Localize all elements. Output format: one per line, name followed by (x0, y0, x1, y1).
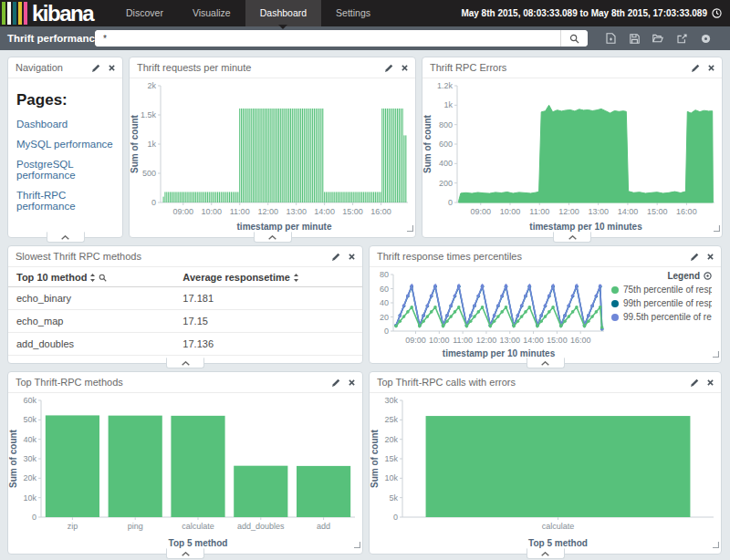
clock-icon (712, 8, 722, 18)
panel-requests-header[interactable]: Thrift requests per minute (130, 57, 415, 78)
panel-slowest-header[interactable]: Slowest Thrift RPC methods (8, 246, 362, 267)
nav-tab-visualize[interactable]: Visualize (178, 0, 245, 26)
resize-handle[interactable] (714, 219, 720, 235)
svg-text:10:00: 10:00 (201, 207, 222, 216)
close-icon (349, 379, 355, 386)
dashboard-title: Thrift performance (7, 33, 86, 44)
svg-text:20k: 20k (384, 435, 398, 444)
svg-text:800: 800 (439, 120, 453, 130)
collapse-panel-button[interactable] (166, 358, 204, 368)
svg-text:12:00: 12:00 (257, 207, 278, 216)
kibana-logo[interactable]: kibana (0, 0, 99, 26)
edit-panel-button[interactable] (92, 64, 100, 72)
panel-percentiles-header[interactable]: Thrift response times percentiles (370, 246, 721, 267)
search-button[interactable] (560, 30, 588, 47)
time-picker[interactable]: May 8th 2015, 08:03:33.089 to May 8th 20… (461, 0, 730, 26)
edit-panel-button[interactable] (332, 379, 340, 387)
chevron-up-icon (268, 235, 276, 240)
legend-entry-99th[interactable]: 99th percentile of resp... (611, 298, 712, 308)
collapse-panel-button[interactable] (527, 358, 565, 368)
svg-text:calculate: calculate (182, 522, 214, 531)
close-icon (349, 254, 355, 260)
search-input[interactable] (95, 30, 560, 47)
edit-panel-button[interactable] (385, 64, 393, 72)
percentiles-chart[interactable]: 02040608009:0010:0011:0012:0013:0014:001… (370, 267, 611, 363)
svg-text:1.5k: 1.5k (141, 110, 157, 119)
nav-link-thrift-rpc[interactable]: Thrift-RPC performance (16, 190, 114, 212)
close-panel-button[interactable] (349, 254, 355, 260)
close-panel-button[interactable] (349, 379, 355, 386)
responsetime-cell: 17.181 (174, 287, 362, 310)
close-panel-button[interactable] (707, 254, 714, 260)
rpc-errors-chart[interactable]: 02004006008001k1.2k09:0010:0011:0012:001… (422, 78, 722, 237)
svg-text:10k: 10k (23, 493, 36, 503)
resize-corner-icon (713, 542, 719, 548)
column-header-responsetime[interactable]: Average responsetime (174, 267, 362, 287)
query-input-group (95, 30, 588, 47)
top-methods-chart[interactable]: 010k20k30k40k50k60kTop 5 methodSum of co… (8, 393, 362, 554)
load-dashboard-icon (652, 34, 663, 43)
edit-panel-button[interactable] (691, 379, 699, 387)
panel-title: Thrift RPC Errors (430, 62, 683, 73)
nav-tab-dashboard[interactable]: Dashboard (245, 0, 321, 26)
close-panel-button[interactable] (402, 65, 408, 71)
svg-text:09:00: 09:00 (405, 336, 426, 345)
close-panel-button[interactable] (707, 379, 714, 386)
requests-per-minute-chart[interactable]: 05001k1.5k2k09:0010:0011:0012:0013:0014:… (130, 78, 415, 237)
resize-handle[interactable] (713, 345, 719, 361)
edit-panel-button[interactable] (332, 253, 340, 261)
nav-tab-discover[interactable]: Discover (111, 0, 178, 26)
pages-heading: Pages: (16, 91, 114, 109)
svg-text:ping: ping (128, 522, 143, 531)
load-dashboard-button[interactable] (646, 29, 670, 47)
collapse-panel-button[interactable] (527, 548, 565, 559)
resize-handle[interactable] (354, 535, 360, 552)
svg-text:40: 40 (380, 298, 389, 307)
svg-text:14:00: 14:00 (618, 207, 639, 216)
svg-text:13:00: 13:00 (588, 207, 609, 216)
resize-handle[interactable] (407, 219, 413, 235)
column-header-method[interactable]: Top 10 method (8, 267, 174, 287)
panel-top-errors: Top Thrift-RPC calls with errors 05k10k1… (369, 371, 722, 555)
method-cell: echo_binary (8, 287, 174, 310)
collapse-panel-button[interactable] (553, 232, 591, 243)
panel-navigation-header[interactable]: Navigation (8, 57, 122, 78)
panel-top-methods-header[interactable]: Top Thrift-RPC methods (8, 372, 362, 393)
resize-corner-icon (713, 351, 719, 358)
chevron-up-icon (568, 235, 577, 240)
options-icon (701, 34, 711, 44)
top-errors-chart[interactable]: 05k10k15k20k25k30kTop 5 methodSum of cou… (370, 393, 721, 554)
collapse-panel-button[interactable] (47, 232, 85, 243)
options-button[interactable] (694, 29, 717, 47)
share-icon (677, 34, 687, 44)
legend-entry-75th[interactable]: 75th percentile of resp... (611, 285, 712, 295)
resize-corner-icon (714, 225, 720, 232)
nav-link-postgresql[interactable]: PostgreSQL performance (16, 159, 114, 181)
svg-text:14:00: 14:00 (523, 336, 544, 345)
legend-toggle[interactable]: Legend (611, 271, 712, 281)
chevron-up-icon (182, 552, 190, 556)
collapse-panel-button[interactable] (166, 548, 204, 559)
edit-panel-button[interactable] (691, 253, 699, 261)
legend-entry-99-5th[interactable]: 99.5th percentile of re... (611, 312, 712, 322)
svg-text:add: add (317, 522, 330, 531)
resize-handle[interactable] (713, 535, 719, 552)
close-panel-button[interactable] (708, 65, 714, 71)
share-button[interactable] (670, 29, 694, 47)
new-dashboard-button[interactable] (599, 29, 622, 47)
close-panel-button[interactable] (109, 65, 115, 71)
main-nav: Discover Visualize Dashboard Settings (111, 0, 385, 26)
legend-label: 99th percentile of resp... (623, 298, 712, 308)
panel-requests-per-minute: Thrift requests per minute 05001k1.5k2k0… (129, 57, 416, 238)
nav-link-dashboard[interactable]: Dashboard (16, 119, 114, 130)
save-dashboard-button[interactable] (622, 29, 646, 47)
svg-text:15k: 15k (384, 454, 398, 463)
edit-panel-button[interactable] (692, 64, 700, 72)
svg-text:30k: 30k (384, 396, 398, 405)
collapse-panel-button[interactable] (254, 232, 292, 243)
svg-text:11:00: 11:00 (230, 207, 250, 216)
panel-rpc-errors-header[interactable]: Thrift RPC Errors (422, 57, 722, 78)
nav-tab-settings[interactable]: Settings (321, 0, 385, 26)
panel-top-errors-header[interactable]: Top Thrift-RPC calls with errors (370, 372, 721, 393)
nav-link-mysql[interactable]: MySQL performance (16, 139, 114, 150)
